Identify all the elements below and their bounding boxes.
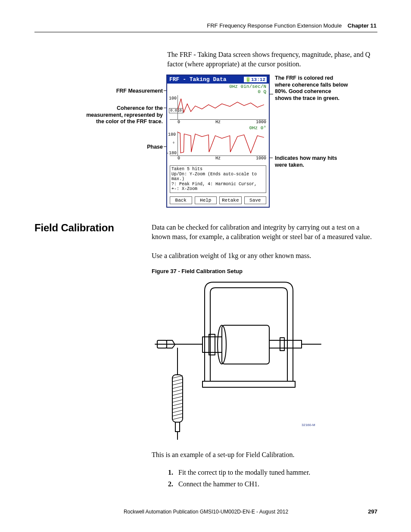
device-clock: 🔋13:12 [244,77,267,82]
frf-screen-diagram: FRF Measurement Coherence for the measur… [81,72,383,206]
list-item: 2. Connect the hammer to CH1. [164,478,379,490]
svg-rect-5 [269,340,302,348]
figure-id: 32160-M [302,423,315,427]
page-footer: Rockwell Automation Publication GMSI10-U… [34,509,377,515]
body-paragraph: Use a calibration weight of 1kg or any o… [152,251,380,261]
step-text: Connect the hammer to CH1. [178,480,259,488]
device-titlebar: FRF - Taking Data 🔋13:12 [167,75,269,84]
plot-magnitude: 100 0.010 0 Hz 1000 [170,95,266,120]
y-tick-top: 180 [168,132,176,137]
running-title: FRF Frequency Response Function Extensio… [207,22,342,29]
info-line-keys: ?: Peak Find, 4: Harmonic Cursor, +-: X-… [171,182,265,192]
save-button[interactable]: Save [244,196,267,204]
callout-frf-measurement: FRF Measurement [85,88,163,95]
header-rule [34,32,377,32]
device-title: FRF - Taking Data [169,76,227,83]
figure-caption: Figure 37 - Field Calibration Setup [152,268,243,274]
callout-coherence: Coherence for the measurement, represent… [81,105,163,125]
readout-phase: 0Hz 0° [167,125,269,131]
y-tick-top: 100 [169,96,177,101]
x-label-unit: Hz [215,120,221,124]
callout-phase: Phase [85,144,163,151]
calibration-setup-drawing [151,276,323,444]
device-info-box: Taken 5 hits Up/Dn: Y-Zoom (Ends auto-sc… [170,165,266,193]
ordered-steps: 1. Fit the correct tip to the modally tu… [164,467,379,490]
x-tick-max: 1000 [256,120,266,124]
x-label-unit: Hz [215,156,221,161]
chapter-label: Chapter 11 [348,22,377,29]
svg-rect-0 [202,381,295,387]
figure-illustration [151,276,323,444]
magnitude-trace [177,95,266,119]
publication-info: Rockwell Automation Publication GMSI10-U… [124,509,288,515]
list-item: 1. Fit the correct tip to the modally tu… [164,467,379,478]
x-tick-max: 1000 [256,156,266,161]
x-tick-zero: 0 [177,156,180,161]
svg-rect-3 [202,337,222,352]
phase-trace [177,131,266,156]
section-heading: Field Calibration [34,222,114,234]
help-button[interactable]: Help [195,196,217,204]
callout-trace-color: The FRF is colored red where coherence f… [275,75,348,102]
page-number: 297 [368,508,377,515]
info-line-hits: Taken 5 hits [171,167,265,172]
callout-hits: Indicates how many hits were taken. [275,155,344,168]
device-screen: FRF - Taking Data 🔋13:12 0Hz 0in/sec/N 0… [166,75,270,208]
svg-rect-6 [280,338,284,351]
intro-paragraph: The FRF - Taking Data screen shows frequ… [167,50,378,68]
plot-phase: 180 ° -180 0 Hz 1000 [170,131,266,156]
x-tick-zero: 0 [177,120,180,124]
info-line-zoom: Up/Dn: Y-Zoom (Ends auto-scale to max.) [171,172,265,182]
body-paragraph: Data can be checked for calibration and … [152,223,380,242]
retake-button[interactable]: Retake [219,196,242,204]
body-paragraph: This is an example of a set-up for Field… [152,450,380,460]
y-tick-bot: -180 [166,151,177,156]
device-button-row: Back Help Retake Save [167,195,269,207]
svg-rect-1 [222,325,269,364]
running-header: FRF Frequency Response Function Extensio… [207,22,377,29]
step-number: 1. [164,467,173,478]
svg-rect-25 [175,422,180,432]
step-text: Fit the correct tip to the modally tuned… [178,469,310,476]
step-number: 2. [164,478,173,490]
readout-magnitude: 0Hz 0in/sec/N 0 Q [167,84,269,94]
y-tick-mid: ° [172,142,175,146]
back-button[interactable]: Back [170,196,192,204]
